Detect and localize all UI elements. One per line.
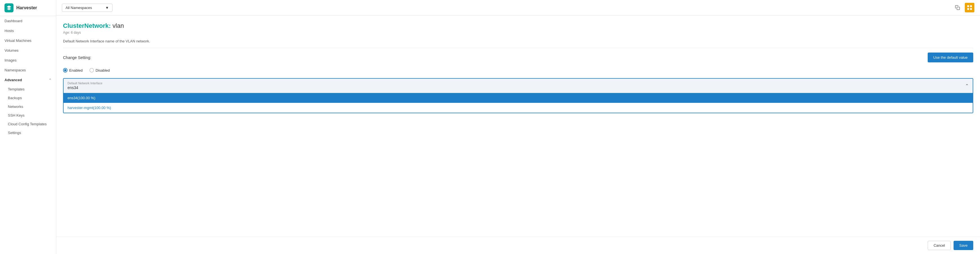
sidebar-item-label: Advanced bbox=[5, 78, 22, 82]
sidebar-item-label: Virtual Machines bbox=[5, 38, 32, 43]
dropdown-label: Default Network Interface bbox=[67, 81, 102, 85]
namespace-selector[interactable]: All Namespaces ▼ bbox=[62, 4, 113, 12]
sidebar-item-label: Volumes bbox=[5, 48, 19, 52]
sidebar-item-virtual-machines[interactable]: Virtual Machines bbox=[0, 36, 56, 46]
logo-svg bbox=[6, 5, 12, 11]
use-default-button[interactable]: Use the default value bbox=[928, 52, 973, 62]
top-bar-icons bbox=[953, 3, 974, 13]
sidebar-item-dashboard[interactable]: Dashboard bbox=[0, 16, 56, 26]
dropdown-header-content: Default Network Interface ens34 bbox=[67, 81, 102, 90]
app-logo-icon bbox=[5, 3, 13, 13]
chevron-down-icon: ▼ bbox=[105, 6, 109, 10]
page-header: ClusterNetwork: vlan Age: 6 days bbox=[63, 22, 973, 35]
sidebar-sub-item-label: Settings bbox=[8, 131, 21, 135]
sidebar-sub-item-label: Networks bbox=[8, 105, 23, 109]
cancel-button[interactable]: Cancel bbox=[928, 241, 951, 250]
sidebar-item-namespaces[interactable]: Namespaces bbox=[0, 65, 56, 75]
sidebar-item-backups[interactable]: Backups bbox=[0, 94, 56, 102]
harvester-brand-icon bbox=[967, 5, 973, 11]
sidebar-item-settings[interactable]: Settings bbox=[0, 129, 56, 137]
dropdown-option-ens34[interactable]: ens34(100.00 %) bbox=[64, 93, 973, 103]
dropdown-value: ens34 bbox=[67, 86, 102, 90]
sidebar-sub-item-label: SSH Keys bbox=[8, 113, 24, 117]
disabled-radio-label[interactable]: Disabled bbox=[89, 68, 110, 73]
resource-type: ClusterNetwork: bbox=[63, 22, 111, 29]
radio-group: Enabled Disabled bbox=[63, 68, 973, 73]
enabled-radio-button[interactable] bbox=[63, 68, 67, 73]
sidebar-item-ssh-keys[interactable]: SSH Keys bbox=[0, 111, 56, 120]
dropdown-option-harvester-mgmt[interactable]: harvester-mgmt(100.00 %) bbox=[64, 103, 973, 113]
sidebar-item-volumes[interactable]: Volumes bbox=[0, 46, 56, 56]
app-name: Harvester bbox=[16, 5, 37, 10]
change-setting-label: Change Setting: bbox=[63, 56, 91, 60]
sidebar-item-label: Namespaces bbox=[5, 68, 26, 72]
sidebar-item-hosts[interactable]: Hosts bbox=[0, 26, 56, 36]
svg-rect-0 bbox=[957, 7, 960, 10]
resource-name: vlan bbox=[113, 22, 124, 29]
top-bar: All Namespaces ▼ bbox=[56, 0, 980, 16]
dropdown-header[interactable]: Default Network Interface ens34 ⌃ bbox=[64, 79, 973, 93]
disabled-radio-button[interactable] bbox=[89, 68, 94, 73]
option-label: harvester-mgmt(100.00 %) bbox=[67, 106, 111, 110]
page-title: ClusterNetwork: vlan bbox=[63, 22, 973, 30]
sidebar-item-label: Hosts bbox=[5, 29, 14, 33]
sidebar-item-images[interactable]: Images bbox=[0, 56, 56, 65]
sidebar-item-networks[interactable]: Networks bbox=[0, 102, 56, 111]
enabled-label: Enabled bbox=[69, 68, 83, 73]
chevron-up-icon: ⌃ bbox=[49, 78, 51, 82]
disabled-label: Disabled bbox=[95, 68, 110, 73]
dropdown-chevron-icon: ⌃ bbox=[965, 83, 969, 89]
harvester-logo-box bbox=[965, 3, 974, 13]
page-content: ClusterNetwork: vlan Age: 6 days Default… bbox=[56, 16, 980, 237]
save-button[interactable]: Save bbox=[953, 241, 973, 250]
change-setting-row: Change Setting: Use the default value bbox=[63, 52, 973, 62]
copy-icon[interactable] bbox=[953, 4, 961, 11]
sidebar-item-advanced[interactable]: Advanced ⌃ bbox=[0, 75, 56, 85]
age-label: Age: bbox=[63, 31, 70, 35]
sidebar-sub-item-label: Backups bbox=[8, 96, 22, 100]
sidebar-item-label: Dashboard bbox=[5, 19, 22, 23]
namespace-value: All Namespaces bbox=[65, 6, 92, 10]
network-interface-dropdown[interactable]: Default Network Interface ens34 ⌃ ens34(… bbox=[63, 78, 973, 113]
dropdown-options: ens34(100.00 %) harvester-mgmt(100.00 %) bbox=[64, 93, 973, 113]
sidebar-sub-item-label: Templates bbox=[8, 87, 24, 91]
age-value: 6 days bbox=[71, 31, 81, 35]
option-label: ens34(100.00 %) bbox=[67, 96, 95, 100]
sidebar-item-cloud-config-templates[interactable]: Cloud Config Templates bbox=[0, 120, 56, 129]
enabled-radio-label[interactable]: Enabled bbox=[63, 68, 83, 73]
app-logo-area: Harvester bbox=[0, 0, 56, 16]
main-content: All Namespaces ▼ ClusterNetwork: vlan bbox=[56, 0, 980, 254]
bottom-action-bar: Cancel Save bbox=[56, 237, 980, 254]
sidebar-item-templates[interactable]: Templates bbox=[0, 85, 56, 94]
sidebar-item-label: Images bbox=[5, 58, 17, 62]
sidebar-sub-item-label: Cloud Config Templates bbox=[8, 122, 47, 126]
sidebar: Harvester Dashboard Hosts Virtual Machin… bbox=[0, 0, 56, 254]
description: Default Network Interface name of the VL… bbox=[63, 39, 973, 48]
page-age: Age: 6 days bbox=[63, 31, 973, 35]
